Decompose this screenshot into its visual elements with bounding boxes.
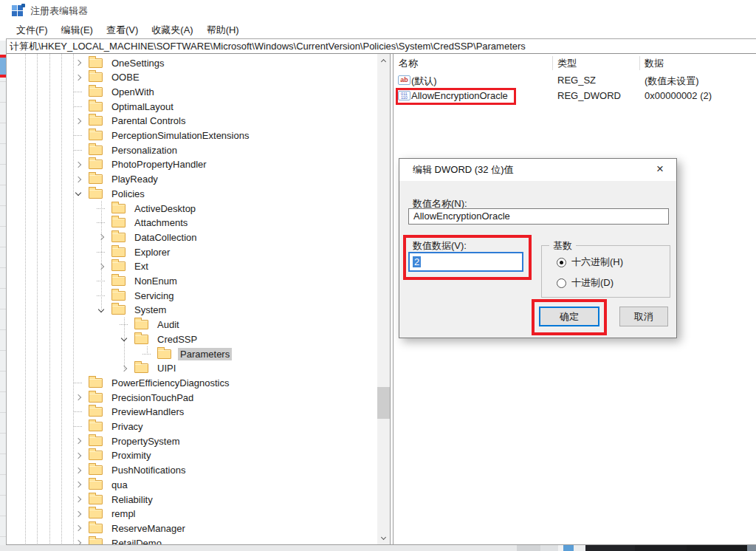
tree-item-personalization[interactable]: Personalization bbox=[7, 143, 377, 157]
tree-item-optimallayout[interactable]: OptimalLayout bbox=[7, 99, 377, 114]
column-header-data[interactable]: 数据 bbox=[645, 57, 664, 70]
registry-tree-pane[interactable]: OneSettingsOOBEOpenWithOptimalLayoutPare… bbox=[7, 54, 377, 544]
menu-item-file[interactable]: 文件(F) bbox=[10, 22, 55, 38]
expand-arrow-icon[interactable] bbox=[73, 160, 83, 170]
tree-connector bbox=[73, 86, 83, 97]
close-icon[interactable]: × bbox=[644, 159, 676, 181]
tree-item-label: Reliability bbox=[109, 493, 155, 506]
address-bar[interactable]: 计算机\HKEY_LOCAL_MACHINE\SOFTWARE\Microsof… bbox=[6, 38, 756, 54]
taskbar-sliver-blue bbox=[563, 545, 574, 551]
value-name-field[interactable]: AllowEncryptionOracle bbox=[408, 208, 669, 225]
expand-arrow-icon[interactable] bbox=[73, 523, 83, 533]
ok-button[interactable]: 确定 bbox=[539, 307, 599, 326]
string-value-icon: ab bbox=[398, 75, 410, 85]
tree-item-uipi[interactable]: UIPI bbox=[7, 361, 377, 376]
tree-item-propertysystem[interactable]: PropertySystem bbox=[7, 434, 377, 448]
tree-item-audit[interactable]: Audit bbox=[7, 318, 377, 332]
menu-item-help[interactable]: 帮助(H) bbox=[200, 22, 246, 38]
tree-item-label: rempl bbox=[109, 507, 138, 520]
tree-item-retaildemo[interactable]: RetailDemo bbox=[7, 535, 377, 544]
scrollbar-thumb[interactable] bbox=[377, 387, 390, 419]
value-name[interactable]: AllowEncryptionOracle bbox=[411, 90, 508, 101]
tree-item-onesettings[interactable]: OneSettings bbox=[7, 55, 377, 70]
tree-item-pushnotifications[interactable]: PushNotifications bbox=[7, 463, 377, 478]
column-header-name[interactable]: 名称 bbox=[399, 57, 418, 70]
tree-item-parameters[interactable]: Parameters bbox=[7, 346, 377, 361]
collapse-arrow-icon[interactable] bbox=[96, 305, 106, 315]
expand-arrow-icon[interactable] bbox=[73, 436, 83, 446]
tree-item-perceptionsimulationextensions[interactable]: PerceptionSimulationExtensions bbox=[7, 129, 377, 143]
value-name[interactable]: (默认) bbox=[411, 75, 437, 88]
window-title: 注册表编辑器 bbox=[30, 4, 88, 18]
value-row-默认[interactable]: ab(默认)REG_SZ(数值未设置) bbox=[394, 73, 756, 88]
expand-arrow-icon[interactable] bbox=[73, 451, 83, 461]
menu-item-view[interactable]: 查看(V) bbox=[100, 22, 145, 38]
tree-item-label: DataCollection bbox=[132, 231, 199, 244]
tree-item-openwith[interactable]: OpenWith bbox=[7, 84, 377, 99]
tree-item-proximity[interactable]: Proximity bbox=[7, 448, 377, 463]
column-separator[interactable] bbox=[639, 56, 640, 70]
folder-icon bbox=[111, 261, 126, 271]
expand-arrow-icon[interactable] bbox=[73, 392, 83, 403]
expand-arrow-icon[interactable] bbox=[73, 538, 83, 544]
expand-arrow-icon[interactable] bbox=[96, 261, 106, 272]
taskbar-sliver-dark bbox=[635, 545, 687, 551]
expand-arrow-icon[interactable] bbox=[73, 494, 83, 504]
cancel-button[interactable]: 取消 bbox=[619, 307, 668, 326]
tree-item-reliability[interactable]: Reliability bbox=[7, 492, 377, 507]
tree-item-privacy[interactable]: Privacy bbox=[7, 420, 377, 434]
tree-item-label: PowerEfficiencyDiagnostics bbox=[109, 377, 231, 389]
tree-item-photopropertyhandler[interactable]: PhotoPropertyHandler bbox=[7, 157, 377, 172]
folder-icon bbox=[89, 160, 103, 169]
tree-item-datacollection[interactable]: DataCollection bbox=[7, 230, 377, 244]
tree-item-label: OneSettings bbox=[109, 57, 167, 69]
expand-arrow-icon[interactable] bbox=[73, 72, 83, 83]
tree-item-system[interactable]: System bbox=[7, 303, 377, 318]
expand-arrow-icon[interactable] bbox=[73, 58, 83, 68]
tree-item-label: Ext bbox=[132, 260, 151, 273]
expand-arrow-icon[interactable] bbox=[73, 465, 83, 476]
tree-item-servicing[interactable]: Servicing bbox=[7, 288, 377, 303]
expand-arrow-icon[interactable] bbox=[73, 174, 83, 185]
tree-item-powerefficiencydiagnostics[interactable]: PowerEfficiencyDiagnostics bbox=[7, 375, 377, 390]
expand-arrow-icon[interactable] bbox=[73, 479, 83, 490]
tree-item-playready[interactable]: PlayReady bbox=[7, 172, 377, 187]
menu-item-favorites[interactable]: 收藏夹(A) bbox=[145, 22, 199, 38]
tree-item-ext[interactable]: Ext bbox=[7, 259, 377, 274]
tree-item-activedesktop[interactable]: ActiveDesktop bbox=[7, 201, 377, 216]
scroll-up-button[interactable] bbox=[377, 54, 390, 66]
tree-item-rempl[interactable]: rempl bbox=[7, 507, 377, 521]
column-separator[interactable] bbox=[552, 56, 553, 70]
tree-item-previewhandlers[interactable]: PreviewHandlers bbox=[7, 405, 377, 420]
expand-arrow-icon[interactable] bbox=[96, 232, 106, 242]
folder-icon bbox=[134, 335, 148, 344]
collapse-arrow-icon[interactable] bbox=[73, 188, 83, 199]
tree-item-nonenum[interactable]: NonEnum bbox=[7, 274, 377, 289]
expand-arrow-icon[interactable] bbox=[73, 509, 83, 519]
tree-item-reservemanager[interactable]: ReserveManager bbox=[7, 521, 377, 535]
folder-icon bbox=[89, 378, 103, 388]
scroll-down-button[interactable] bbox=[377, 532, 390, 544]
value-row-AllowEncryptionOracle[interactable]: 011 110AllowEncryptionOracleREG_DWORD0x0… bbox=[394, 89, 756, 103]
tree-item-parental-controls[interactable]: Parental Controls bbox=[7, 114, 377, 129]
tree-item-attachments[interactable]: Attachments bbox=[7, 216, 377, 230]
background-window-sliver bbox=[0, 41, 6, 545]
tree-item-oobe[interactable]: OOBE bbox=[7, 70, 377, 85]
tree-item-explorer[interactable]: Explorer bbox=[7, 244, 377, 259]
radio-button-icon[interactable] bbox=[557, 258, 566, 267]
column-header-type[interactable]: 类型 bbox=[557, 57, 577, 70]
radio-button-icon[interactable] bbox=[557, 278, 566, 288]
tree-item-precisiontouchpad[interactable]: PrecisionTouchPad bbox=[7, 390, 377, 405]
expand-arrow-icon[interactable] bbox=[73, 116, 83, 126]
menu-item-edit[interactable]: 编辑(E) bbox=[55, 22, 100, 38]
tree-scrollbar[interactable] bbox=[377, 54, 390, 544]
collapse-arrow-icon[interactable] bbox=[119, 334, 129, 344]
tree-item-credssp[interactable]: CredSSP bbox=[7, 332, 377, 346]
expand-arrow-icon[interactable] bbox=[119, 363, 129, 374]
tree-item-policies[interactable]: Policies bbox=[7, 186, 377, 201]
radio-decimal[interactable]: 十进制(D) bbox=[557, 276, 614, 290]
tree-item-qua[interactable]: qua bbox=[7, 477, 377, 492]
value-data-input[interactable]: 2 bbox=[408, 252, 523, 272]
tree-connector bbox=[142, 349, 152, 359]
radio-hexadecimal[interactable]: 十六进制(H) bbox=[557, 256, 623, 269]
